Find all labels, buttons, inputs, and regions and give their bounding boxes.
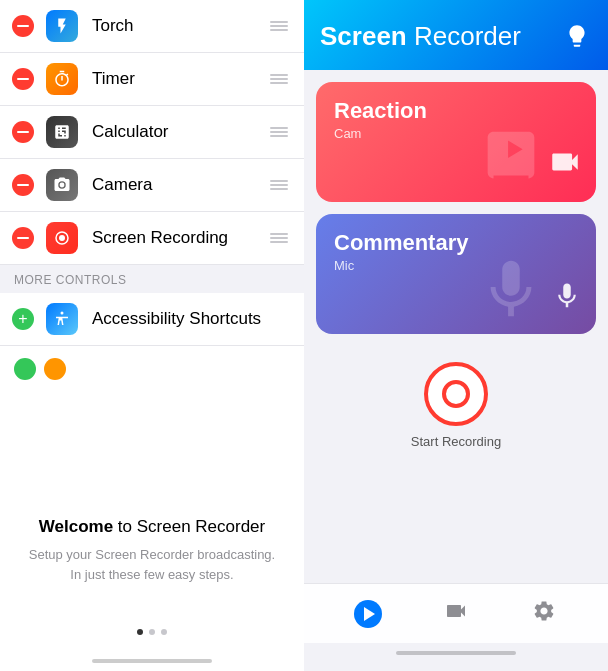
reaction-bg-icon	[476, 120, 546, 202]
welcome-section: Welcome to Screen Recorder Setup your Sc…	[0, 485, 304, 618]
camera-tab-icon	[444, 599, 468, 629]
list-item: Screen Recording	[0, 212, 304, 265]
reaction-card-icon	[548, 145, 582, 188]
left-panel: Torch Timer	[0, 0, 304, 671]
camera-icon-box	[46, 169, 78, 201]
record-area: Start Recording	[316, 346, 596, 461]
title-bold: Screen	[320, 21, 407, 51]
welcome-desc-line2: In just these few easy steps.	[70, 565, 233, 585]
right-header: Screen Recorder	[304, 0, 608, 70]
dot-3	[161, 629, 167, 635]
tab-bar	[304, 583, 608, 643]
tab-camera[interactable]	[434, 592, 478, 636]
commentary-card-icon	[552, 278, 582, 320]
remove-torch-button[interactable]	[12, 15, 34, 37]
remove-camera-button[interactable]	[12, 174, 34, 196]
gear-tab-icon	[532, 599, 556, 629]
play-triangle-icon	[364, 607, 375, 621]
right-panel: Screen Recorder Reaction Cam	[304, 0, 608, 671]
play-button[interactable]	[354, 600, 382, 628]
drag-handle[interactable]	[270, 21, 292, 31]
spacer	[0, 392, 304, 485]
calculator-label: Calculator	[92, 122, 270, 142]
bulb-icon[interactable]	[562, 21, 592, 51]
drag-handle[interactable]	[270, 233, 292, 243]
screen-recording-icon-box	[46, 222, 78, 254]
remove-calculator-button[interactable]	[12, 121, 34, 143]
screen-recording-label: Screen Recording	[92, 228, 270, 248]
remove-timer-button[interactable]	[12, 68, 34, 90]
extra-dot-orange	[44, 358, 66, 380]
tab-settings[interactable]	[522, 592, 566, 636]
list-item: Camera	[0, 159, 304, 212]
welcome-desc-line1: Setup your Screen Recorder broadcasting.	[29, 545, 275, 565]
svg-point-1	[59, 235, 65, 241]
home-indicator-area-left	[0, 651, 304, 671]
dot-1	[137, 629, 143, 635]
add-accessibility-button[interactable]: +	[12, 308, 34, 330]
pagination-dots	[0, 617, 304, 651]
reaction-card[interactable]: Reaction Cam	[316, 82, 596, 202]
start-recording-button[interactable]	[424, 362, 488, 426]
remove-screenrec-button[interactable]	[12, 227, 34, 249]
commentary-card[interactable]: Commentary Mic	[316, 214, 596, 334]
record-inner-circle	[442, 380, 470, 408]
camera-label: Camera	[92, 175, 270, 195]
extra-dot-green	[14, 358, 36, 380]
list-item: + Accessibility Shortcuts	[0, 293, 304, 346]
calculator-icon-box	[46, 116, 78, 148]
home-indicator-left	[92, 659, 212, 663]
more-controls-header: MORE CONTROLS	[0, 265, 304, 293]
tab-play[interactable]	[346, 592, 390, 636]
cards-area: Reaction Cam Commentary Mic	[304, 70, 608, 583]
drag-handle[interactable]	[270, 180, 292, 190]
list-item: Timer	[0, 53, 304, 106]
included-controls-list: Torch Timer	[0, 0, 304, 265]
title-light: Recorder	[407, 21, 521, 51]
accessibility-icon-box	[46, 303, 78, 335]
app-title: Screen Recorder	[320, 21, 521, 52]
commentary-bg-icon	[476, 252, 546, 334]
record-label: Start Recording	[411, 434, 501, 449]
home-indicator-right	[396, 651, 516, 655]
timer-label: Timer	[92, 69, 270, 89]
drag-handle[interactable]	[270, 74, 292, 84]
torch-label: Torch	[92, 16, 270, 36]
list-item: Torch	[0, 0, 304, 53]
drag-handle[interactable]	[270, 127, 292, 137]
torch-icon-box	[46, 10, 78, 42]
extra-items-preview	[0, 346, 304, 392]
timer-icon-box	[46, 63, 78, 95]
list-item: Calculator	[0, 106, 304, 159]
dot-2	[149, 629, 155, 635]
accessibility-label: Accessibility Shortcuts	[92, 309, 292, 329]
welcome-title: Welcome to Screen Recorder	[39, 517, 265, 537]
home-indicator-area-right	[304, 643, 608, 671]
